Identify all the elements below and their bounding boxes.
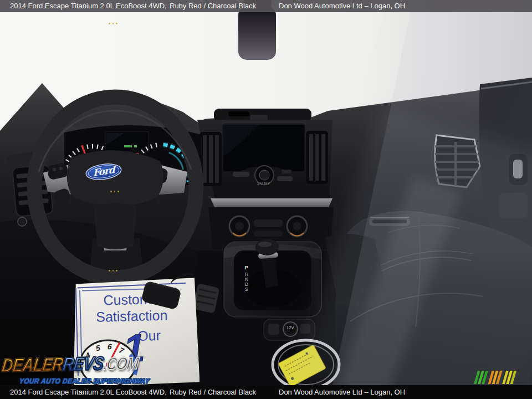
vent-knob <box>18 217 27 226</box>
infotainment-screen <box>223 124 305 172</box>
vehicle-listing-photo: Ford P R N D S 12V SONY Customer Satisfa… <box>0 0 532 399</box>
vehicle-title: 2014 Ford Escape Titanium 2.0L EcoBoost … <box>10 0 167 12</box>
dealer-stripes-logo <box>474 370 518 385</box>
glovebox-handle <box>369 217 410 226</box>
vehicle-title: 2014 Ford Escape Titanium 2.0L EcoBoost … <box>10 385 167 399</box>
dealerrevs-logo-text: DealerRevs.com <box>1 352 140 376</box>
dust-specks <box>110 191 119 192</box>
dealer-name: Don Wood Automotive Ltd – Logan, OH <box>279 385 405 399</box>
gear-letter: N <box>245 277 248 282</box>
gear-letter: D <box>245 282 248 287</box>
mat-text-line: Satisfaction <box>96 307 168 325</box>
stack-vent-right <box>306 131 328 184</box>
gear-letter: S <box>245 287 248 291</box>
logo-revs: Revs <box>62 352 105 375</box>
audio-brand-label: SONY <box>257 181 270 185</box>
color-spec: Ruby Red / Charcoal Black <box>170 0 256 12</box>
dealerrevs-watermark: 4 5 6 7 DealerRevs.com Your Auto Dealer … <box>3 352 186 387</box>
watermark-tagline: Your Auto Dealer SuperHighway <box>19 377 150 385</box>
chrome-ledge <box>211 198 332 208</box>
power-outlet <box>264 319 315 340</box>
logo-tld: .com <box>102 354 140 374</box>
climate-buttons <box>254 219 283 227</box>
dust-specks <box>109 270 117 272</box>
bottom-caption-bar: 2014 Ford Escape Titanium 2.0L EcoBoost … <box>0 385 532 399</box>
gear-letter: R <box>245 272 248 277</box>
gear-shifter <box>224 239 321 317</box>
center-stack <box>197 109 334 249</box>
dust-specks <box>109 23 117 24</box>
cupholder <box>273 340 339 389</box>
gear-letter: P <box>245 265 248 270</box>
top-caption-bar: 2014 Ford Escape Titanium 2.0L EcoBoost … <box>0 0 532 12</box>
gear-indicator: P R N D S <box>245 265 248 292</box>
dealer-name: Don Wood Automotive Ltd – Logan, OH <box>279 0 405 12</box>
color-spec: Ruby Red / Charcoal Black <box>170 385 256 399</box>
odometer-text <box>124 145 132 147</box>
climate-knob-right <box>287 216 307 236</box>
airbag-pad <box>66 150 163 206</box>
climate-knob-left <box>229 216 249 236</box>
shifter-knob <box>255 239 279 255</box>
cluster-display <box>105 132 149 152</box>
logo-dealer: Dealer <box>1 354 64 376</box>
power-outlet-label: 12V <box>283 326 298 330</box>
